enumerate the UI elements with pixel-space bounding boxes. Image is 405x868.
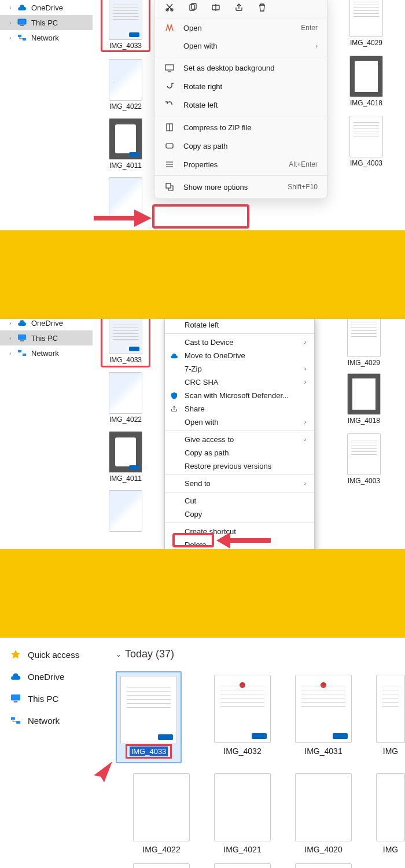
nav-label: OneDrive: [31, 319, 63, 328]
ctx-crc[interactable]: CRC SHA›: [165, 376, 314, 389]
shortcut: Shift+F10: [288, 183, 318, 191]
ctx-openwith[interactable]: Open with›: [165, 415, 314, 429]
ctx-showmore[interactable]: Show more options Shift+F10: [154, 178, 327, 196]
ctx-share[interactable]: Share: [165, 402, 314, 415]
svg-rect-12: [166, 183, 171, 188]
chevron-right-icon: ›: [316, 43, 318, 49]
ctx-openwith[interactable]: Open with ›: [154, 37, 327, 55]
ctx-label: Properties: [183, 160, 289, 169]
ctx-open[interactable]: Open Enter: [154, 19, 327, 37]
ctx-copypath[interactable]: Copy as path: [165, 446, 314, 459]
monitor-icon: [17, 333, 27, 343]
rename-input[interactable]: IMG_4033: [130, 746, 168, 756]
svg-rect-13: [94, 216, 134, 220]
nav-onedrive[interactable]: › OneDrive: [0, 0, 93, 15]
rename-icon[interactable]: [210, 2, 222, 13]
ctx-rotr[interactable]: Rotate right: [154, 77, 327, 95]
ctx-cut[interactable]: Cut: [165, 494, 314, 507]
ctx-label: Move to OneDrive: [185, 351, 245, 360]
file-thumb[interactable]: IMG_4033: [104, 319, 148, 364]
properties-icon: [164, 160, 175, 169]
star-icon: [9, 649, 22, 660]
delete-icon[interactable]: [256, 2, 268, 13]
nav-onedrive[interactable]: OneDrive: [7, 665, 82, 687]
nav-network[interactable]: › Network: [0, 345, 93, 361]
ctx-sendto[interactable]: Send to›: [165, 477, 314, 490]
ctx-defender[interactable]: Scan with Microsoft Defender...: [165, 389, 314, 402]
file-label: IMG_4031: [295, 746, 352, 756]
file-thumb[interactable]: IMG_4003: [347, 433, 381, 485]
group-header[interactable]: ⌄ Today (37): [116, 648, 174, 660]
nav-quickaccess[interactable]: Quick access: [7, 643, 82, 665]
file-thumb[interactable]: IMG_4018: [349, 56, 383, 107]
ctx-rotl[interactable]: Rotate left: [154, 95, 327, 114]
file-label: IMG: [376, 746, 405, 756]
ctx-restore[interactable]: Restore previous versions: [165, 459, 314, 473]
ctx-copy[interactable]: Copy: [165, 507, 314, 521]
rotate-left-icon: [164, 100, 175, 109]
file-thumb[interactable]: IMG_4021: [214, 773, 271, 854]
file-thumb[interactable]: IMG_4032: [214, 675, 271, 756]
ctx-label: Delete: [185, 540, 207, 549]
copy-icon[interactable]: [187, 2, 198, 13]
svg-rect-19: [11, 694, 20, 700]
ctx-label: Show more options: [183, 183, 288, 192]
file-thumb[interactable]: IMG_4020: [295, 773, 352, 854]
nav-label: Network: [28, 716, 60, 726]
ctx-copypath[interactable]: Copy as path: [154, 137, 327, 155]
file-thumb[interactable]: IMG_4003: [349, 116, 383, 167]
file-thumb[interactable]: IMG_4031: [295, 675, 352, 756]
ctx-7zip[interactable]: 7-Zip›: [165, 362, 314, 376]
file-thumb[interactable]: [133, 863, 190, 868]
svg-rect-17: [23, 354, 26, 356]
file-thumb[interactable]: [214, 863, 271, 868]
network-icon: [17, 33, 27, 42]
chevron-icon: ›: [9, 335, 14, 341]
separator: [0, 549, 405, 638]
ctx-cast[interactable]: Cast to Device›: [165, 336, 314, 349]
file-thumb[interactable]: IMG_4029: [347, 319, 381, 367]
ctx-rotl[interactable]: Rotate left: [165, 319, 314, 332]
arrow-annotation: [216, 532, 271, 549]
nav-network[interactable]: Network: [7, 709, 82, 731]
ctx-setbg[interactable]: Set as desktop background: [154, 59, 327, 77]
file-label: IMG_4011: [109, 161, 142, 170]
cloud-icon: [170, 351, 179, 361]
ctx-label: Rotate right: [183, 82, 318, 91]
nav-thispc[interactable]: › This PC: [0, 15, 93, 30]
ctx-props[interactable]: Properties Alt+Enter: [154, 155, 327, 174]
file-thumb[interactable]: IMG_4022: [133, 773, 190, 854]
svg-rect-11: [166, 144, 173, 148]
nav-onedrive[interactable]: › OneDrive: [0, 319, 93, 330]
zip-icon: [164, 123, 175, 132]
file-thumb[interactable]: [109, 490, 142, 532]
file-thumb[interactable]: IMG: [376, 773, 405, 854]
file-thumb[interactable]: IMG_4029: [349, 0, 383, 47]
ctx-zip[interactable]: Compress to ZIP file: [154, 118, 327, 137]
sidebar: Quick access OneDrive This PC Network: [7, 643, 82, 731]
chevron-right-icon: ›: [304, 379, 306, 385]
ctx-label: Give access to: [185, 435, 234, 444]
file-thumb[interactable]: IMG_4033: [104, 0, 148, 50]
file-label: IMG_4033: [104, 42, 148, 50]
file-thumb[interactable]: IMG_4022: [109, 59, 142, 111]
ctx-move-onedrive[interactable]: Move to OneDrive: [165, 349, 314, 362]
nav-network[interactable]: › Network: [0, 30, 93, 45]
copypath-icon: [164, 141, 175, 150]
file-thumb[interactable]: IMG_4011: [109, 118, 142, 170]
nav-thispc[interactable]: This PC: [7, 687, 82, 709]
file-thumb[interactable]: IMG_4018: [347, 373, 381, 425]
file-thumb[interactable]: IMG_4011: [109, 431, 142, 483]
file-label: IMG_4021: [214, 845, 271, 854]
ctx-giveaccess[interactable]: Give access to›: [165, 433, 314, 446]
file-thumb-selected[interactable]: IMG_4033: [116, 671, 182, 763]
shortcut: Enter: [301, 24, 318, 32]
cloud-icon: [17, 3, 27, 12]
nav-thispc[interactable]: › This PC: [0, 330, 93, 345]
file-thumb[interactable]: [295, 863, 352, 868]
file-thumb[interactable]: IMG_4022: [109, 372, 142, 424]
network-icon: [9, 715, 22, 726]
share-icon[interactable]: [233, 2, 245, 13]
file-thumb[interactable]: IMG: [376, 675, 405, 756]
cut-icon[interactable]: [164, 2, 175, 13]
